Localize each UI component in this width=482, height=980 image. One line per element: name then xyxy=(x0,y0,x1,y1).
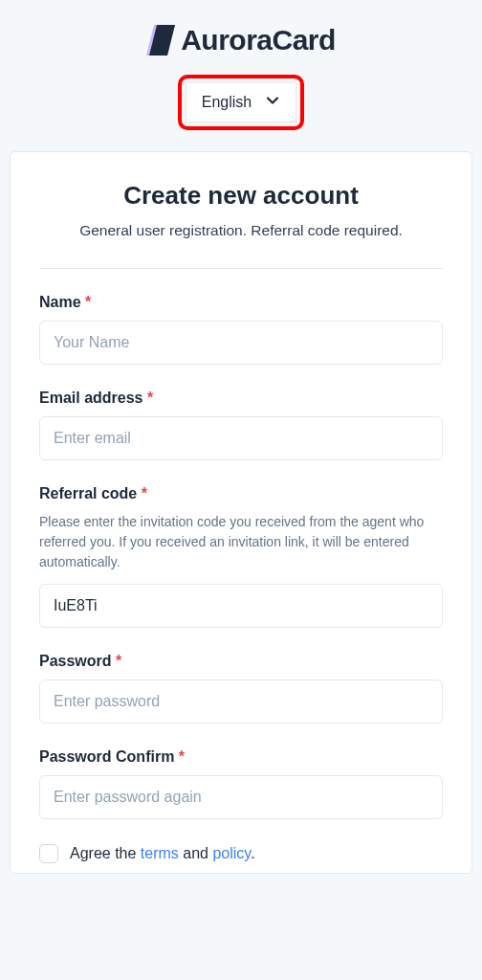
page-header: AuroraCard English xyxy=(0,0,482,151)
email-field-group: Email address * xyxy=(39,390,443,460)
agree-checkbox[interactable] xyxy=(39,844,58,863)
name-field-group: Name * xyxy=(39,294,443,365)
required-mark: * xyxy=(85,294,91,310)
password-label: Password * xyxy=(39,653,443,670)
email-input[interactable] xyxy=(39,416,443,460)
confirm-label: Password Confirm * xyxy=(39,748,443,766)
page-subtitle: General user registration. Referral code… xyxy=(39,222,443,239)
language-selector[interactable]: English xyxy=(186,82,296,122)
logo-icon xyxy=(146,23,177,57)
referral-label: Referral code * xyxy=(39,485,443,502)
divider xyxy=(39,268,443,269)
referral-help: Please enter the invitation code you rec… xyxy=(39,512,443,572)
name-label: Name * xyxy=(39,294,443,311)
password-field-group: Password * xyxy=(39,653,443,724)
required-mark: * xyxy=(116,653,121,669)
required-mark: * xyxy=(147,390,153,406)
required-mark: * xyxy=(142,485,147,501)
required-mark: * xyxy=(179,748,185,765)
email-label: Email address * xyxy=(39,390,443,407)
brand-logo: AuroraCard xyxy=(146,23,336,57)
chevron-down-icon xyxy=(265,93,280,112)
policy-link[interactable]: policy xyxy=(212,845,251,861)
agree-row: Agree the terms and policy. xyxy=(39,844,443,863)
signup-card: Create new account General user registra… xyxy=(10,151,472,874)
confirm-input[interactable] xyxy=(39,775,443,819)
page-title: Create new account xyxy=(39,181,443,211)
terms-link[interactable]: terms xyxy=(141,845,179,861)
agree-text: Agree the terms and policy. xyxy=(70,845,255,862)
confirm-field-group: Password Confirm * xyxy=(39,748,443,819)
referral-field-group: Referral code * Please enter the invitat… xyxy=(39,485,443,628)
password-input[interactable] xyxy=(39,679,443,724)
brand-name: AuroraCard xyxy=(181,24,336,56)
name-input[interactable] xyxy=(39,321,443,365)
language-selected: English xyxy=(202,94,252,111)
referral-input[interactable] xyxy=(39,584,443,628)
language-selector-highlight: English xyxy=(178,75,304,130)
